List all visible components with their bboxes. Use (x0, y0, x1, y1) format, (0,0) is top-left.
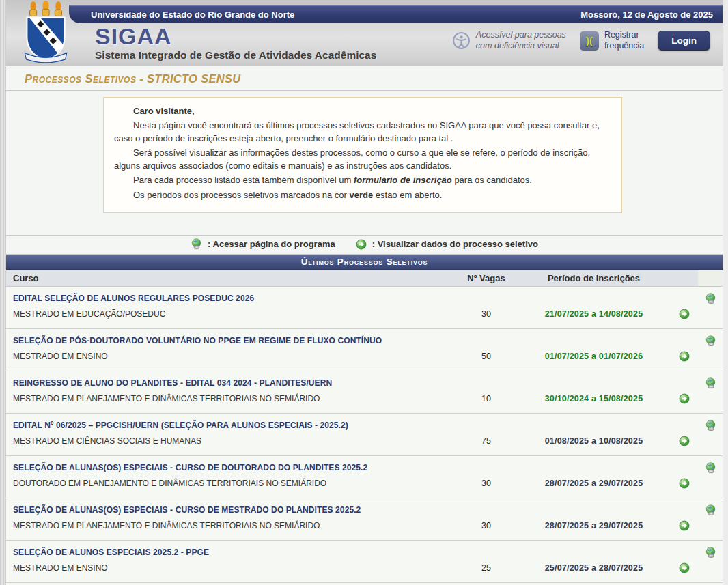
process-title: SELEÇÃO DE PÓS-DOUTORADO VOLUNTÁRIO NO P… (6, 336, 698, 345)
process-vacancies: 30 (456, 479, 517, 488)
process-course: MESTRADO EM PLANEJAMENTO E DINÂMICAS TER… (6, 394, 456, 403)
view-process-icon[interactable] (671, 562, 698, 573)
intro-paragraph-1: Nesta página você encontrará os últimos … (114, 119, 611, 145)
process-row: SELEÇÃO DE PÓS-DOUTORADO VOLUNTÁRIO NO P… (6, 329, 723, 371)
accessibility-icon (452, 31, 471, 50)
program-page-icon[interactable] (698, 420, 723, 431)
process-period: 01/08/2025 a 10/08/2025 (517, 436, 671, 446)
process-title: SELEÇÃO DE ALUNOS ESPECIAIS 2025.2 - PPG… (6, 547, 698, 557)
process-row: REINGRESSO DE ALUNO DO PLANDITES - EDITA… (6, 371, 723, 414)
view-process-icon[interactable] (671, 478, 698, 489)
program-page-icon[interactable] (698, 293, 723, 304)
program-page-icon[interactable] (698, 335, 723, 347)
process-course: MESTRADO EM CIÊNCIAS SOCIAIS E HUMANAS (6, 436, 456, 446)
process-vacancies: 25 (456, 563, 517, 573)
selection-processes-table: Últimos Processos Seletivos Curso Nº Vag… (6, 255, 723, 585)
visitor-info-box: Caro visitante, Nesta página você encont… (103, 97, 622, 213)
app-branding: SIGAA Sistema Integrado de Gestão de Ati… (95, 25, 376, 61)
page-title-rest: - STRICTO SENSU (136, 72, 240, 85)
process-period: 21/07/2025 a 14/08/2025 (517, 309, 671, 319)
university-name: Universidade do Estado do Rio Grande do … (69, 10, 294, 20)
green-emphasis: verde (349, 190, 373, 200)
process-vacancies: 30 (456, 521, 517, 530)
main-content: Processos Seletivos - STRICTO SENSU Caro… (6, 66, 723, 585)
intro-paragraph-3: Para cada processo listado está também d… (114, 174, 611, 186)
column-header-curso: Curso (6, 273, 456, 283)
attendance-icon: )( (580, 31, 599, 51)
process-title: SELEÇÃO DE ALUNAS(OS) ESPECIAIS - CURSO … (6, 505, 698, 515)
attendance-link[interactable]: )( Registrar frequência (580, 30, 644, 51)
globe-link-icon (191, 238, 202, 250)
app-name: SIGAA (95, 25, 376, 48)
legend-program-label: : Acessar página do programa (208, 239, 335, 249)
process-period: 28/07/2025 a 29/07/2025 (517, 521, 671, 530)
login-button[interactable]: Login (658, 31, 710, 51)
app-subtitle: Sistema Integrado de Gestão de Atividade… (95, 49, 376, 61)
uern-logo (21, 1, 70, 65)
process-vacancies: 50 (456, 352, 517, 361)
view-process-icon[interactable] (671, 309, 698, 319)
process-period: 30/10/2024 a 15/08/2025 (517, 394, 671, 403)
program-page-icon[interactable] (698, 377, 723, 389)
attendance-label-line1: Registrar (604, 30, 644, 41)
process-course: MESTRADO EM ENSINO (6, 563, 456, 573)
view-process-icon[interactable] (671, 520, 698, 531)
column-header-periodo: Período de Inscrições (517, 273, 671, 283)
process-vacancies: 75 (456, 436, 517, 446)
page-margin-right (723, 0, 728, 585)
legend-view-label: : Visualizar dados do processo seletivo (372, 239, 538, 249)
program-page-icon[interactable] (698, 462, 723, 474)
page-title: Processos Seletivos - STRICTO SENSU (25, 72, 723, 85)
intro-paragraph-2: Será possível visualizar as informações … (114, 147, 611, 172)
view-process-icon[interactable] (671, 436, 698, 446)
accessibility-label-line1: Acessível para pessoas (476, 30, 566, 41)
process-title: SELEÇÃO DE ALUNAS(OS) ESPECIAIS - CURSO … (6, 463, 698, 472)
process-course: MESTRADO EM ENSINO (6, 352, 456, 361)
process-row: EDITAL SELEÇÃO DE ALUNOS REGULARES POSED… (6, 287, 723, 329)
page-margin-left (0, 0, 6, 585)
process-row: SELEÇÃO DE ALUNAS(OS) ESPECIAIS - CURSO … (6, 456, 723, 498)
process-course: MESTRADO EM PLANEJAMENTO E DINÂMICAS TER… (6, 521, 456, 530)
icons-legend: : Acessar página do programa : Visualiza… (6, 236, 723, 254)
page-title-smallcaps: Processos Seletivos (25, 72, 136, 85)
process-row: SELEÇÃO DE ALUNAS(OS) ESPECIAIS - CURSO … (6, 498, 723, 541)
accessibility-label-line2: com deficiência visual (476, 41, 566, 52)
process-course: DOUTORADO EM PLANEJAMENTO E DINÂMICAS TE… (6, 479, 456, 488)
process-period: 25/07/2025 a 28/07/2025 (517, 563, 671, 573)
process-vacancies: 30 (456, 309, 517, 319)
process-course: MESTRADO EM EDUCAÇÃO/POSEDUC (6, 309, 456, 319)
program-page-icon[interactable] (698, 504, 723, 516)
accessibility-link[interactable]: Acessível para pessoas com deficiência v… (452, 30, 566, 51)
top-navy-bar: Universidade do Estado do Rio Grande do … (69, 5, 723, 23)
process-row: SELEÇÃO DE ALUNOS ESPECIAIS 2025.2 - PPG… (6, 541, 723, 583)
table-title: Últimos Processos Seletivos (6, 255, 723, 270)
process-title: REINGRESSO DE ALUNO DO PLANDITES - EDITA… (6, 378, 698, 388)
process-vacancies: 10 (456, 394, 517, 403)
page: Universidade do Estado do Rio Grande do … (6, 0, 723, 585)
form-inscription-emphasis: formulário de inscrição (354, 175, 452, 185)
process-title: EDITAL Nº 06/2025 – PPGCISH/UERN (SELEÇÃ… (6, 420, 698, 430)
process-rows: EDITAL SELEÇÃO DE ALUNOS REGULARES POSED… (6, 287, 723, 585)
process-period: 01/07/2025 a 01/07/2026 (517, 352, 671, 361)
intro-greeting: Caro visitante, (114, 105, 611, 117)
view-process-icon[interactable] (671, 393, 698, 404)
green-arrow-icon (356, 238, 367, 250)
table-column-headers: Curso Nº Vagas Período de Inscrições (6, 270, 723, 287)
program-page-icon[interactable] (698, 547, 723, 558)
location-date: Mossoró, 12 de Agosto de 2025 (580, 10, 723, 20)
intro-paragraph-4: Os períodos dos processos seletivos marc… (114, 189, 611, 201)
title-divider (6, 90, 723, 91)
view-process-icon[interactable] (671, 351, 698, 362)
process-period: 28/07/2025 a 29/07/2025 (517, 479, 671, 488)
process-row: EDITAL Nº 06/2025 – PPGCISH/UERN (SELEÇÃ… (6, 414, 723, 456)
process-title: EDITAL SELEÇÃO DE ALUNOS REGULARES POSED… (6, 294, 698, 303)
header: Universidade do Estado do Rio Grande do … (6, 0, 723, 66)
attendance-label-line2: frequência (604, 41, 644, 52)
column-header-vagas: Nº Vagas (456, 273, 517, 283)
